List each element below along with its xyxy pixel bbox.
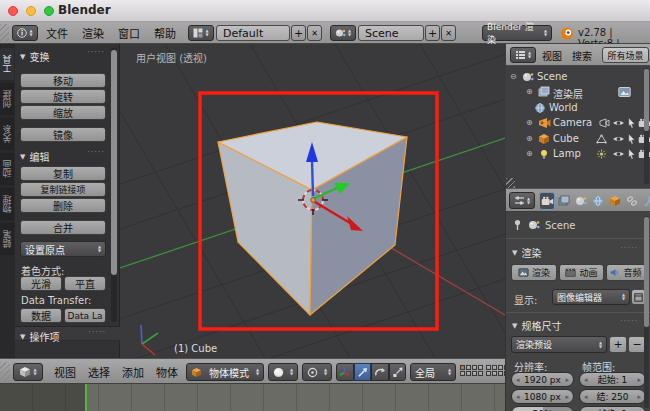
- rotate-manipulator-button[interactable]: [371, 363, 389, 381]
- join-button[interactable]: 合并: [20, 220, 106, 235]
- mesh-data-icon[interactable]: [596, 134, 607, 144]
- layer-6-button[interactable]: [486, 365, 491, 370]
- editor-type-selector[interactable]: [510, 47, 536, 63]
- render-presets-dropdown[interactable]: 渲染预设: [511, 336, 607, 353]
- shade-flat-button[interactable]: 平直: [64, 276, 106, 291]
- delete-button[interactable]: 删除: [20, 198, 106, 213]
- image-icon[interactable]: [618, 86, 631, 98]
- panel-grip[interactable]: [620, 317, 638, 326]
- edit-panel-header[interactable]: 编辑: [20, 149, 49, 164]
- render-animation-button[interactable]: 动画: [559, 264, 604, 281]
- selectability-cursor-icon[interactable]: [627, 148, 636, 160]
- menu-help[interactable]: 帮助: [154, 25, 176, 41]
- menu-select[interactable]: 选择: [88, 363, 110, 381]
- layer-2-button[interactable]: [466, 365, 471, 370]
- menu-view[interactable]: 视图: [542, 47, 562, 63]
- layer-18-button[interactable]: [498, 371, 503, 376]
- render-panel-header[interactable]: 渲染: [512, 245, 541, 260]
- operator-panel-header[interactable]: 操作项: [20, 329, 59, 344]
- frame-end-field[interactable]: 结: 250: [579, 389, 646, 404]
- add-layout-button[interactable]: [291, 25, 306, 41]
- zoom-window-button[interactable]: [44, 6, 54, 16]
- layer-17-button[interactable]: [492, 371, 497, 376]
- delete-scene-button[interactable]: [441, 25, 456, 41]
- outliner-filter-dropdown[interactable]: 所有场景: [602, 47, 649, 63]
- layer-7-button[interactable]: [492, 365, 497, 370]
- editor-type-selector[interactable]: [12, 25, 38, 41]
- scrollbar-thumb[interactable]: [644, 217, 649, 327]
- visibility-eye-icon[interactable]: [612, 118, 625, 128]
- menu-search[interactable]: 搜索: [572, 47, 592, 63]
- layer-12-button[interactable]: [466, 371, 471, 376]
- properties-scrollbar[interactable]: [644, 216, 649, 408]
- menu-window[interactable]: 窗口: [118, 25, 140, 41]
- menu-view[interactable]: 视图: [54, 363, 76, 381]
- outliner-row-render-layers[interactable]: 渲染层: [506, 85, 650, 100]
- layer-14-button[interactable]: [478, 371, 483, 376]
- tab-constraints[interactable]: [624, 192, 640, 210]
- expand-icon[interactable]: [526, 119, 533, 127]
- scale-manipulator-button[interactable]: [389, 363, 407, 381]
- expand-icon[interactable]: [526, 88, 533, 96]
- add-scene-button[interactable]: [425, 25, 440, 41]
- camera-data-icon[interactable]: [599, 118, 610, 128]
- resolution-percentage-slider[interactable]: 50%: [511, 406, 574, 411]
- collapse-icon[interactable]: [510, 73, 517, 81]
- render-engine-dropdown[interactable]: Blender 渲染: [482, 25, 552, 41]
- data-transfer-button[interactable]: 数据: [20, 308, 62, 323]
- screen-layout-selector[interactable]: [188, 25, 214, 41]
- menu-add[interactable]: 添加: [122, 363, 144, 381]
- tab-world[interactable]: [590, 192, 606, 210]
- menu-render[interactable]: 渲染: [82, 25, 104, 41]
- scene-selector[interactable]: [330, 25, 356, 41]
- expand-icon[interactable]: [526, 150, 533, 158]
- layer-1-button[interactable]: [460, 365, 465, 370]
- layer-11-button[interactable]: [460, 371, 465, 376]
- rotate-button[interactable]: 旋转: [20, 89, 106, 104]
- pin-icon[interactable]: [512, 219, 523, 231]
- mode-dropdown[interactable]: 物体模式: [186, 363, 264, 381]
- tab-animation[interactable]: 动画: [0, 153, 14, 185]
- tab-grease-pencil[interactable]: 蜡笔: [0, 223, 14, 255]
- outliner-row-cube[interactable]: Cube: [506, 132, 650, 147]
- render-still-button[interactable]: 渲染: [511, 264, 557, 281]
- frame-step-field[interactable]: 帧步: 1: [579, 406, 646, 411]
- dimensions-panel-header[interactable]: 规格尺寸: [512, 318, 561, 333]
- toolshelf-scrollbar[interactable]: [111, 48, 117, 322]
- viewport-3d[interactable]: 用户视图 (透视) (1) Cube: [120, 44, 505, 358]
- translate-manipulator-button[interactable]: [354, 363, 372, 381]
- tab-tools[interactable]: 工具: [0, 48, 14, 80]
- viewport-canvas[interactable]: 用户视图 (透视) (1) Cube: [120, 44, 505, 358]
- mirror-button[interactable]: 镜像: [20, 127, 106, 142]
- layer-8-button[interactable]: [498, 365, 503, 370]
- panel-grip[interactable]: [620, 244, 638, 253]
- pivot-point-dropdown[interactable]: [302, 363, 332, 381]
- render-audio-button[interactable]: 音频: [606, 264, 646, 281]
- layer-13-button[interactable]: [472, 371, 477, 376]
- tab-physics[interactable]: 物理: [0, 188, 14, 220]
- tab-create[interactable]: 创建: [0, 83, 14, 115]
- transform-orientation-dropdown[interactable]: 全局: [410, 363, 456, 381]
- tab-render[interactable]: [539, 192, 555, 210]
- selectability-cursor-icon[interactable]: [627, 117, 636, 129]
- tab-modifiers[interactable]: [641, 192, 650, 210]
- display-mode-dropdown[interactable]: 图像编辑器: [552, 289, 630, 305]
- layer-16-button[interactable]: [486, 371, 491, 376]
- timeline[interactable]: [0, 384, 505, 411]
- translate-button[interactable]: 移动: [20, 73, 106, 88]
- tab-scene[interactable]: [573, 192, 589, 210]
- outliner-row-world[interactable]: World: [506, 101, 650, 116]
- expand-icon[interactable]: [526, 135, 533, 143]
- scrollbar-thumb[interactable]: [111, 50, 117, 275]
- panel-grip[interactable]: [88, 328, 106, 337]
- resolution-y-field[interactable]: 1080 px: [511, 389, 574, 404]
- tab-render-layers[interactable]: [556, 192, 572, 210]
- visibility-eye-icon[interactable]: [612, 134, 625, 144]
- editor-type-selector[interactable]: [509, 192, 535, 209]
- visibility-eye-icon[interactable]: [612, 149, 625, 159]
- duplicate-button[interactable]: 复制: [20, 166, 106, 181]
- editor-type-selector[interactable]: [13, 363, 43, 381]
- layout-name-field[interactable]: Default: [216, 25, 290, 41]
- transform-panel-header[interactable]: 变换: [20, 49, 49, 64]
- layer-3-button[interactable]: [472, 365, 477, 370]
